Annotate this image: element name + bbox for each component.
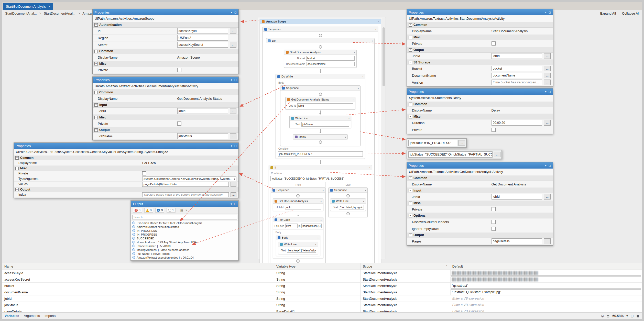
log-filter-button[interactable]: 0 [144,208,153,213]
ellipsis-button[interactable]: ... [544,120,551,126]
output-search-input[interactable] [132,215,237,219]
variable-row[interactable]: jobStatus String StartDocumentAnalysis E… [2,302,642,308]
for-each-activity[interactable]: For Each ▴ ForEach item [273,217,323,258]
breadcrumb-item[interactable]: StartDocumentAnal... [5,12,37,15]
condition-input[interactable]: jobStatus="SUCCEEDED" Or jobStatus="PART… [408,151,493,158]
variable-default[interactable]: "qstextract" "qstextract" [450,283,642,289]
variable-name[interactable]: jobStatus [2,302,274,308]
overview-icon[interactable]: ▣ [637,314,639,318]
property-input[interactable]: documentName ▾ [492,73,542,78]
chevron-down-icon[interactable]: ▾ [545,11,547,14]
checkbox[interactable] [177,121,181,126]
property-input[interactable]: USEast2 ▾ [177,35,228,41]
column-header-default[interactable]: Default [450,263,642,270]
flow-node[interactable] [319,45,322,49]
variable-default[interactable]: Enter a VB expression Enter a VB express… [450,295,642,302]
variable-name[interactable]: accessKeyId [2,270,274,276]
panels-icon[interactable]: ▤ [607,314,609,318]
variable-row[interactable]: jobId String StartDocumentAnalysis Enter… [2,295,642,302]
ellipsis-button[interactable]: ... [231,182,236,187]
job-id-input[interactable]: jobId [285,205,321,209]
ellipsis-button[interactable]: ... [231,192,236,197]
panel-titlebar[interactable]: Properties ▾ ◻ [93,9,238,15]
collapse-chevron-icon[interactable]: ▴ [353,98,354,101]
section-header[interactable]: − Common [407,101,553,107]
section-header[interactable]: − Misc [407,35,553,40]
variable-row[interactable]: bucket String StartDocumentAnalysis "qst… [2,283,642,289]
checkbox[interactable] [492,207,496,211]
do-while-condition-input[interactable]: jobStatus ="IN_PROGRESS" [278,151,363,157]
bucket-input[interactable]: bucket [306,56,355,61]
flow-node[interactable] [296,259,300,263]
chevron-down-icon[interactable]: ▾ [545,90,547,93]
ellipsis-button[interactable]: ... [459,140,465,146]
ellipsis-button[interactable]: ... [230,42,236,48]
log-entry[interactable]: AmazonTextract execution started [132,225,237,229]
log-entry[interactable]: SUCCEEDED [132,236,237,240]
text-input[interactable]: item.Key+" | "+item.Value [287,248,316,253]
sort-caret-icon[interactable]: ^ [446,265,447,268]
variable-name[interactable]: jobId [2,295,274,302]
chevron-down-icon[interactable]: ▾ [231,11,232,14]
inner-sequence-activity[interactable]: Sequence ▴ G [280,85,361,146]
start-document-analysis-activity[interactable]: Start Document Analysis ▴ Bucket bucket … [284,50,357,68]
tab-variables[interactable]: Variables [5,314,19,318]
job-id-input[interactable]: jobId [297,103,353,108]
collapse-chevron-icon[interactable]: ▴ [378,20,379,23]
section-header[interactable]: − Authentication [93,22,238,28]
property-input[interactable]: pageDetails ▾ [492,238,542,244]
column-header-type[interactable]: Variable type [274,263,361,270]
property-input[interactable]: jobStatus ▾ [177,133,228,139]
dock-icon[interactable]: ◻ [549,164,551,167]
collapse-chevron-icon[interactable]: ▴ [369,167,370,169]
collapse-chevron-icon[interactable]: ▴ [323,189,324,191]
scrollbar-thumb[interactable] [383,27,385,86]
section-header[interactable]: − Output [407,47,553,53]
delay-activity[interactable]: Delay ▴ [293,134,348,139]
collapse-chevron-icon[interactable]: ▴ [372,40,373,42]
variable-default[interactable]: Enter a VB expression Enter a VB express… [450,302,642,308]
log-filter-button[interactable]: 1 [167,208,176,213]
log-entry[interactable]: Full Name: | Steve Rogers [132,252,237,256]
dock-icon[interactable]: ◻ [549,11,551,14]
variable-type[interactable]: String [274,276,361,282]
chevron-down-icon[interactable]: ▾ [231,202,232,206]
property-input[interactable]: pageDetails(0).FormData ▾ [142,182,229,187]
flow-node[interactable] [296,194,300,197]
ellipsis-button[interactable]: ... [544,53,551,59]
do-header[interactable]: Do ▴ [266,38,374,43]
get-document-analysis-status-activity[interactable]: Get Document Analysis Status ▴ Job Id jo… [285,97,355,109]
amazon-scope-header[interactable]: Amazon Scope ▴ [260,19,381,24]
collapse-chevron-icon[interactable]: ▴ [365,189,366,191]
section-header[interactable]: − Output [14,187,238,192]
clear-output-icon[interactable]: × [185,208,187,212]
write-line-activity[interactable]: Write Line ▴ Text "Job failed, try again… [330,198,366,211]
ellipsis-button[interactable]: ... [544,80,551,85]
section-header[interactable]: − Common [93,90,238,95]
panel-titlebar[interactable]: Output ▾ ◻ [131,201,238,207]
variable-name[interactable]: bucket [2,283,274,289]
variable-row[interactable]: accessKeyId String StartDocumentAnalysis [2,270,642,276]
property-input[interactable]: jobId ▾ [492,194,542,200]
sequence-activity[interactable]: Sequence ▴ Do ▴ [263,27,378,281]
section-header[interactable]: − Output [407,232,553,238]
document-name-input[interactable]: documentName [307,62,355,66]
variable-type[interactable]: String [274,295,361,302]
column-header-scope[interactable]: Scope ^ [361,263,450,270]
collapse-chevron-icon[interactable]: ▴ [358,87,359,89]
chevron-down-icon[interactable]: ▾ [231,144,232,148]
tab-startgetdocumentanalysis[interactable]: StartGetDocumentAnalysis × [3,3,53,10]
sequence-header[interactable]: Sequence ▴ [263,27,378,32]
canvas-scrollbar[interactable] [382,18,385,259]
text-input[interactable]: "Job failed, try again." [339,205,364,209]
tab-imports[interactable]: Imports [45,314,56,318]
collapse-all-button[interactable]: Collapse All [622,12,639,15]
checkbox[interactable] [142,171,146,175]
section-header[interactable]: − Options [407,213,553,218]
ellipsis-button[interactable]: ... [544,66,551,71]
section-header[interactable]: − Misc [93,115,238,120]
collapse-chevron-icon[interactable]: ▴ [362,75,363,78]
checkbox[interactable] [492,128,496,132]
variable-row[interactable]: documentName String StartDocumentAnalysi… [2,289,642,295]
variable-row[interactable]: accessKeySecret String StartDocumentAnal… [2,276,642,283]
